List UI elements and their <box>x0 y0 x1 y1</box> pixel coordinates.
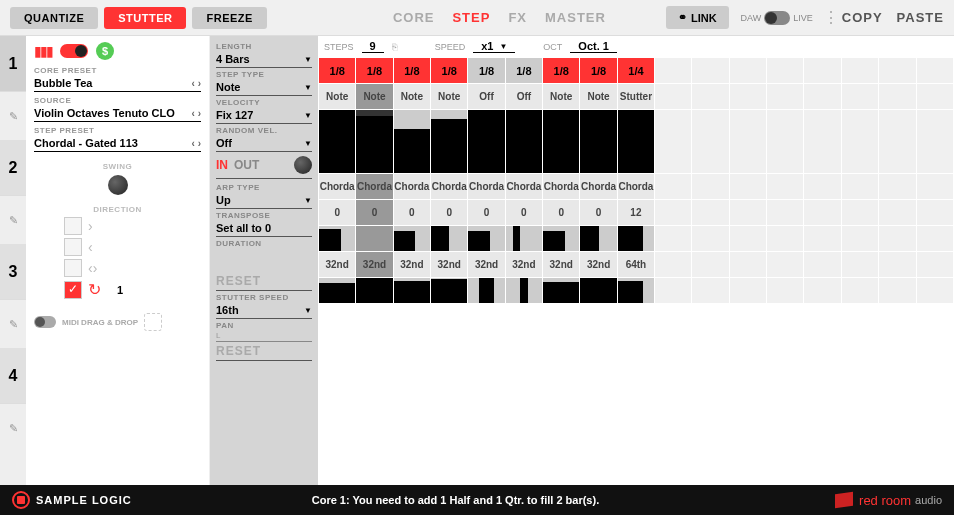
seq-cell[interactable]: 32nd <box>393 252 430 278</box>
economy-icon[interactable]: $ <box>96 42 114 60</box>
edit-core-3[interactable]: ✎ <box>0 300 26 348</box>
tab-step[interactable]: STEP <box>452 10 490 25</box>
seq-cell[interactable] <box>543 226 580 252</box>
seq-cell[interactable] <box>468 226 505 252</box>
core-2[interactable]: 2 <box>0 140 26 196</box>
seq-cell[interactable]: Chorda <box>468 174 505 200</box>
inout-knob[interactable] <box>294 156 312 174</box>
seq-cell[interactable]: Chorda <box>543 174 580 200</box>
transpose-select[interactable]: Set all to 0 <box>216 220 312 237</box>
seq-cell[interactable]: Off <box>505 84 542 110</box>
core-4[interactable]: 4 <box>0 348 26 404</box>
freeze-button[interactable]: FREEZE <box>192 7 266 29</box>
core-3[interactable]: 3 <box>0 244 26 300</box>
seq-cell[interactable]: 0 <box>543 200 580 226</box>
seq-cell[interactable]: 1/8 <box>393 58 430 84</box>
seq-cell[interactable]: 1/8 <box>505 58 542 84</box>
seq-cell[interactable] <box>580 110 617 174</box>
seq-cell[interactable] <box>617 278 654 304</box>
stutterspeed-select[interactable]: 16th▼ <box>216 302 312 319</box>
midi-drop-target[interactable] <box>144 313 162 331</box>
seq-cell[interactable]: 32nd <box>505 252 542 278</box>
seq-cell[interactable]: 32nd <box>580 252 617 278</box>
seq-cell[interactable] <box>356 278 393 304</box>
seq-cell[interactable] <box>319 226 356 252</box>
dir-pingpong-check[interactable] <box>64 259 82 277</box>
seq-cell[interactable] <box>431 226 468 252</box>
seq-cell[interactable]: Off <box>468 84 505 110</box>
seq-cell[interactable]: Chorda <box>431 174 468 200</box>
seq-cell[interactable]: Chorda <box>580 174 617 200</box>
seq-cell[interactable]: 1/4 <box>617 58 654 84</box>
seq-cell[interactable]: 0 <box>431 200 468 226</box>
seq-cell[interactable]: Chorda <box>617 174 654 200</box>
seq-cell[interactable] <box>393 278 430 304</box>
seq-cell[interactable] <box>543 110 580 174</box>
paste-button[interactable]: PASTE <box>897 10 944 25</box>
seq-cell[interactable] <box>468 278 505 304</box>
daw-live-toggle[interactable]: DAW LIVE <box>741 11 813 25</box>
core-power-toggle[interactable] <box>60 44 88 58</box>
oct-select[interactable]: Oct. 1 <box>570 40 617 53</box>
seq-cell[interactable]: 0 <box>393 200 430 226</box>
seq-cell[interactable] <box>393 226 430 252</box>
seq-cell[interactable]: Note <box>431 84 468 110</box>
speed-select[interactable]: x1▼ <box>473 40 515 53</box>
randomvel-select[interactable]: Off▼ <box>216 135 312 152</box>
seq-cell[interactable]: 1/8 <box>431 58 468 84</box>
seq-cell[interactable] <box>319 278 356 304</box>
core-1[interactable]: 1 <box>0 36 26 92</box>
stutter-button[interactable]: STUTTER <box>104 7 186 29</box>
link-button[interactable]: ⚭LINK <box>666 6 729 29</box>
arptype-select[interactable]: Up▼ <box>216 192 312 209</box>
seq-cell[interactable] <box>505 226 542 252</box>
seq-cell[interactable]: Note <box>393 84 430 110</box>
steps-input[interactable]: 9 <box>362 40 384 53</box>
dir-back-check[interactable] <box>64 238 82 256</box>
seq-cell[interactable]: Chorda <box>505 174 542 200</box>
seq-cell[interactable]: Stutter <box>617 84 654 110</box>
seq-cell[interactable] <box>580 278 617 304</box>
seq-cell[interactable]: 64th <box>617 252 654 278</box>
seq-cell[interactable] <box>468 110 505 174</box>
seq-cell[interactable] <box>319 110 356 174</box>
tab-fx[interactable]: FX <box>508 10 527 25</box>
seq-cell[interactable] <box>617 110 654 174</box>
seq-cell[interactable]: 0 <box>505 200 542 226</box>
seq-cell[interactable]: 1/8 <box>580 58 617 84</box>
edit-core-1[interactable]: ✎ <box>0 92 26 140</box>
seq-cell[interactable]: 32nd <box>319 252 356 278</box>
seq-cell[interactable]: 32nd <box>356 252 393 278</box>
seq-cell[interactable] <box>580 226 617 252</box>
seq-cell[interactable] <box>505 110 542 174</box>
seq-cell[interactable]: Note <box>319 84 356 110</box>
seq-cell[interactable]: 32nd <box>468 252 505 278</box>
tab-master[interactable]: MASTER <box>545 10 606 25</box>
seq-cell[interactable]: Note <box>543 84 580 110</box>
reset-duration-button[interactable]: RESET <box>216 272 312 291</box>
seq-cell[interactable]: 0 <box>580 200 617 226</box>
seq-cell[interactable]: 1/8 <box>543 58 580 84</box>
seq-cell[interactable]: 1/8 <box>319 58 356 84</box>
swing-knob[interactable] <box>108 175 128 195</box>
midi-drag-toggle[interactable] <box>34 316 56 328</box>
seq-cell[interactable] <box>431 278 468 304</box>
dir-loop-check[interactable] <box>64 281 82 299</box>
seq-cell[interactable] <box>431 110 468 174</box>
seq-cell[interactable]: 32nd <box>431 252 468 278</box>
seq-cell[interactable] <box>393 110 430 174</box>
seq-cell[interactable]: 32nd <box>543 252 580 278</box>
copy-button[interactable]: COPY <box>842 10 883 25</box>
in-button[interactable]: IN <box>216 158 228 172</box>
seq-cell[interactable]: Chorda <box>319 174 356 200</box>
copy-steps-icon[interactable]: ⎘ <box>392 42 397 52</box>
core-preset-select[interactable]: Bubble Tea‹ › <box>34 75 201 92</box>
seq-cell[interactable] <box>505 278 542 304</box>
step-preset-select[interactable]: Chordal - Gated 113‹ › <box>34 135 201 152</box>
steptype-select[interactable]: Note▼ <box>216 79 312 96</box>
more-menu[interactable]: ⋮ <box>823 8 839 27</box>
reset-pan-button[interactable]: RESET <box>216 342 312 361</box>
quantize-button[interactable]: QUANTIZE <box>10 7 98 29</box>
tab-core[interactable]: CORE <box>393 10 435 25</box>
seq-cell[interactable]: Note <box>580 84 617 110</box>
